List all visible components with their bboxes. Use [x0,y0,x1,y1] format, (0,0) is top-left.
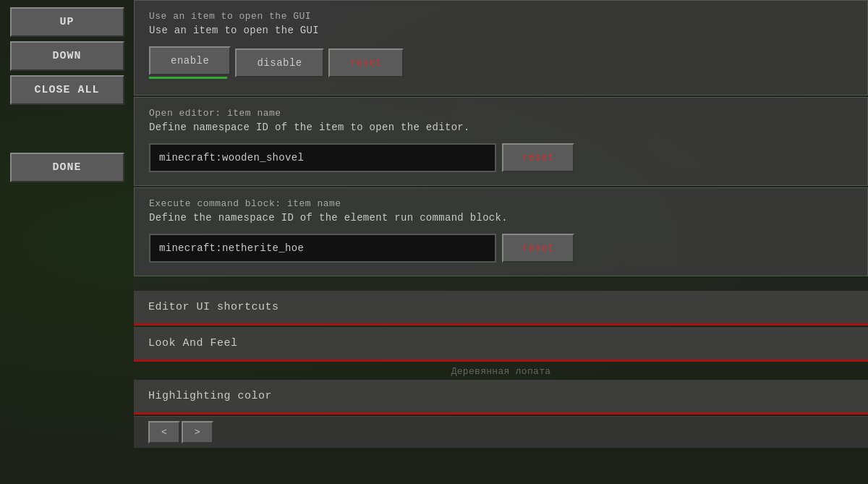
look-and-feel-label: Look And Feel [148,337,238,349]
execute-command-title: Execute command block: item name [149,198,853,209]
reset-toggle-button[interactable]: reset [328,48,404,77]
sidebar: UP DOWN CLOSE ALL DONE [0,0,134,484]
content-area: Use an item to open the GUI Use an item … [134,0,868,484]
prev-page-button[interactable]: < [148,421,180,443]
execute-command-input-row: reset [149,234,853,263]
execute-command-reset-button[interactable]: reset [502,234,574,263]
look-and-feel-header[interactable]: Look And Feel [134,327,868,362]
toggle-row: enable disable reset [149,46,853,79]
open-editor-item-section: Open editor: item name Define namespace … [134,97,868,186]
enable-button[interactable]: enable [149,46,231,75]
execute-command-input[interactable] [149,234,496,263]
open-editor-description: Define namespace ID of the item to open … [149,122,853,133]
use-item-gui-section: Use an item to open the GUI Use an item … [134,0,868,95]
close-all-button[interactable]: CLOSE ALL [10,75,124,105]
open-editor-reset-button[interactable]: reset [502,143,574,172]
down-button[interactable]: DOWN [10,41,124,71]
open-editor-input-row: reset [149,143,853,172]
next-page-button[interactable]: > [182,421,213,443]
execute-command-section: Execute command block: item name Define … [134,187,868,276]
disable-button[interactable]: disable [235,48,323,77]
main-layout: UP DOWN CLOSE ALL DONE Use an item to op… [0,0,868,484]
up-button[interactable]: UP [10,7,124,37]
use-item-gui-title: Use an item to open the GUI [149,11,853,22]
done-button[interactable]: DONE [10,153,124,182]
use-item-gui-description: Use an item to open the GUI [149,25,853,36]
open-editor-input[interactable] [149,143,496,172]
active-indicator [149,77,227,79]
open-editor-title: Open editor: item name [149,108,853,119]
execute-command-description: Define the namespace ID of the element r… [149,212,853,224]
spacer [134,278,868,291]
tooltip-text: Деревянная лопата [134,363,868,380]
editor-ui-shortcuts-header[interactable]: Editor UI shortcuts [134,291,868,326]
highlighting-color-header[interactable]: Highlighting color [134,380,868,415]
bottom-nav: < > [134,416,868,448]
